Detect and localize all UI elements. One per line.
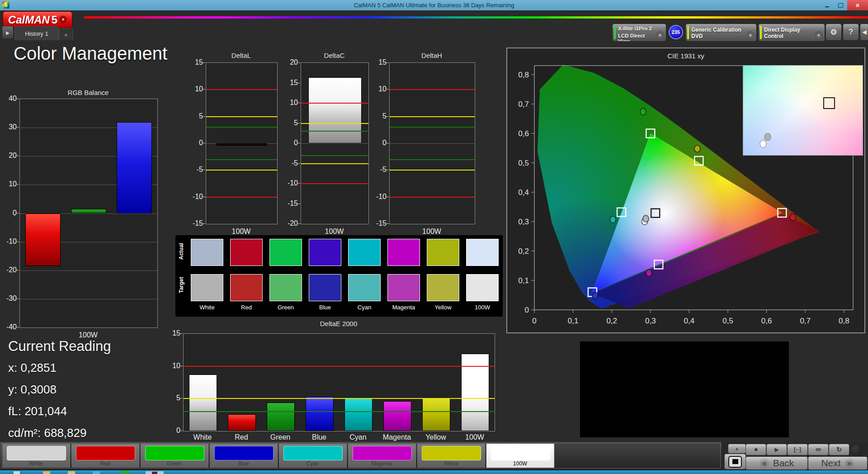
target-swatch-blue (309, 274, 341, 301)
pattern-button-100w[interactable]: 100W (486, 444, 554, 468)
tick-mark (387, 89, 389, 90)
taskbar-icon[interactable] (14, 471, 20, 474)
pattern-swatch (491, 446, 550, 460)
tick-label: -15 (280, 199, 298, 208)
svg-text:0,8: 0,8 (518, 71, 529, 79)
display-control-button[interactable]: Direct Display Control ▼ (758, 24, 825, 42)
gridline (390, 143, 475, 144)
pattern-button-yellow[interactable]: Yellow (417, 444, 485, 468)
pattern-button-white[interactable]: White (2, 444, 70, 468)
tab-expand-button[interactable]: ▶ (2, 26, 14, 39)
pattern-swatch (7, 446, 66, 460)
meter-selector-button[interactable]: X-Rite i1Pro 2 LCD Direct View ▼ (612, 24, 666, 42)
actual-swatch-white (191, 239, 223, 266)
bar-white (189, 374, 217, 431)
category-label: Cyan (338, 433, 378, 441)
category-label: White (182, 433, 223, 441)
swatch-column-label: 100W (463, 304, 502, 311)
frame-step-button[interactable]: [··] (787, 444, 808, 455)
taskbar-icon[interactable] (121, 471, 129, 474)
refresh-button[interactable]: ↻ (829, 444, 849, 455)
taskbar-icon[interactable] (43, 471, 50, 474)
cie-y-axis-ticks: 00,10,20,30,40,50,60,70,8 (518, 71, 534, 314)
tick-mark (203, 89, 205, 90)
row-label-actual: Actual (178, 250, 184, 260)
tick-label: -15 (185, 219, 203, 228)
help-icon[interactable]: ? (843, 24, 859, 41)
svg-text:0,1: 0,1 (568, 317, 579, 325)
svg-text:0,5: 0,5 (722, 317, 733, 325)
window-title: CalMAN 5 CalMAN Ultimate for Business 36… (0, 2, 868, 9)
delta-h-chart: DeltaH 151050-5-10-15100W (382, 49, 486, 243)
svg-text:0,3: 0,3 (645, 317, 656, 325)
pattern-swatch (353, 446, 412, 460)
app-icon: 5 (2, 1, 9, 9)
pattern-button-green[interactable]: Green (141, 444, 208, 468)
tick-mark (387, 143, 389, 143)
tick-mark (298, 62, 300, 63)
current-reading-dot (760, 140, 766, 148)
taskbar-icon[interactable] (93, 471, 100, 474)
bar-100w (308, 77, 362, 143)
swatch-column-label: White (188, 304, 226, 311)
white-target-square (823, 97, 835, 109)
swatch-column-label: Magenta (384, 304, 423, 311)
reference-line (206, 197, 277, 198)
tick-label: 10 (162, 362, 180, 370)
svg-text:0: 0 (532, 317, 536, 325)
chevron-left-icon: « (760, 458, 769, 468)
tab-add-button[interactable]: + (59, 28, 73, 40)
pattern-up-button[interactable]: ▲ (728, 444, 746, 454)
svg-text:0,4: 0,4 (684, 317, 695, 325)
measured-blue (592, 292, 598, 299)
pattern-swatch (145, 446, 204, 460)
gear-icon[interactable]: ⚙ (826, 24, 842, 41)
maximize-button[interactable] (834, 0, 847, 10)
window-pattern-icon (728, 456, 742, 468)
source-selector-button[interactable]: Generic Calibration DVD ▼ (685, 24, 757, 42)
taskbar-icon-active[interactable] (146, 471, 164, 474)
chevron-down-icon: ▼ (746, 31, 755, 39)
target-swatch-white (191, 274, 223, 301)
svg-text:0,3: 0,3 (518, 218, 529, 226)
pattern-bar: WhiteRedGreenBlueCyanMagentaYellow100W ▲… (0, 442, 868, 470)
pattern-button-cyan[interactable]: Cyan (279, 444, 347, 468)
cie-title: CIE 1931 xy (507, 52, 864, 60)
reference-line (390, 197, 475, 198)
play-button[interactable]: ▶ (766, 444, 787, 455)
tick-label: 20 (280, 58, 298, 66)
bar-red (25, 213, 61, 266)
tick-mark (203, 223, 205, 224)
taskbar-icon[interactable] (68, 471, 75, 474)
bar-green (267, 403, 295, 431)
svg-text:0,4: 0,4 (518, 188, 529, 197)
delta-l-plot (206, 62, 278, 224)
tick-label: 5 (280, 119, 298, 127)
calman-logo-menu[interactable]: CalMAN 5 ▼ (3, 11, 72, 28)
title-bar: 5 CalMAN 5 CalMAN Ultimate for Business … (0, 0, 868, 10)
pattern-button-magenta[interactable]: Magenta (348, 444, 416, 468)
collapse-icon[interactable]: ◀ (860, 24, 868, 41)
close-button[interactable]: × (847, 0, 868, 10)
pattern-button-blue[interactable]: Blue (210, 444, 278, 468)
pattern-button-red[interactable]: Red (71, 444, 139, 468)
tick-label: -30 (0, 294, 17, 303)
pattern-label: Magenta (348, 460, 415, 467)
tick-mark (203, 116, 205, 117)
logo-dropdown-icon: ▼ (59, 16, 67, 24)
reference-line (301, 103, 368, 104)
stop-button[interactable]: ■ (745, 444, 766, 455)
tick-label: -10 (185, 193, 203, 201)
loop-button[interactable]: ∞ (808, 444, 829, 455)
row-label-target: Target (178, 283, 184, 293)
minimize-button[interactable] (820, 0, 834, 10)
back-button[interactable]: « Back (745, 456, 808, 470)
gridline (20, 270, 157, 271)
next-button[interactable]: Next » (808, 456, 868, 470)
tab-history-1[interactable]: History 1 (14, 26, 59, 40)
tick-label: 0 (0, 209, 17, 217)
pattern-window-button[interactable] (724, 454, 746, 469)
target-swatch-red (230, 274, 263, 301)
reference-line (301, 123, 368, 124)
pattern-label: Red (71, 460, 139, 467)
